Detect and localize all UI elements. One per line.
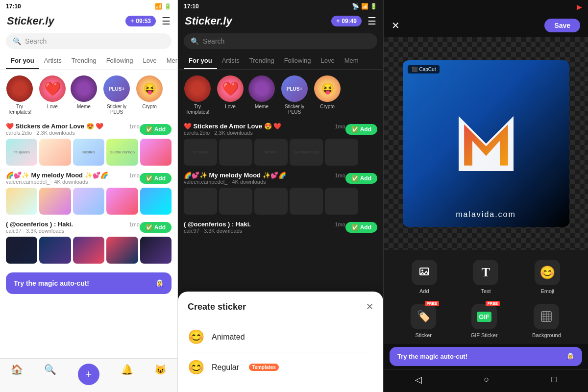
add-button-amor-2[interactable]: ✅ Add — [345, 124, 377, 135]
story-templates-2[interactable]: Try Templates! — [183, 75, 212, 115]
sticker-thumb-1[interactable]: Te quiero — [6, 139, 37, 166]
pack-title-melody-1: 🌈💕✨ My melody Mood ✨💕🌈 — [6, 172, 125, 179]
tool-gif-sticker[interactable]: FREE GIF GIF Sticker — [471, 304, 498, 338]
modal-close-button[interactable]: ✕ — [366, 301, 373, 312]
editor-nav-square[interactable]: □ — [552, 374, 557, 385]
tab-mem-2[interactable]: Mem — [340, 53, 364, 69]
editor-nav-back[interactable]: ◁ — [415, 374, 422, 385]
story-avatar-meme-2 — [248, 75, 275, 102]
tab-for-you-2[interactable]: For you — [184, 53, 217, 69]
tab-trending-2[interactable]: Trending — [245, 53, 279, 69]
canvas-image[interactable]: ⬛ CapCut malavida.com — [403, 60, 569, 227]
tab-artists-2[interactable]: Artists — [217, 53, 245, 69]
tab-trending-1[interactable]: Trending — [67, 53, 101, 69]
sticker-thumb-h3[interactable] — [73, 237, 104, 264]
save-button[interactable]: Save — [544, 19, 580, 32]
tool-text[interactable]: T Text — [473, 260, 498, 294]
tabs-1: For you Artists Trending Following Love … — [0, 53, 177, 70]
sticker-thumb-h1[interactable] — [6, 237, 37, 264]
tool-add[interactable]: Add — [412, 260, 437, 294]
sticker-thumb-d5[interactable] — [325, 139, 358, 166]
add-button-melody-1[interactable]: ✅ Add — [140, 173, 172, 184]
tool-background[interactable]: Background — [532, 304, 561, 338]
sticker-thumb-d2[interactable] — [219, 139, 252, 166]
bottom-nav-1: 🏠 🔍 + 🔔 😺 — [0, 358, 177, 392]
sticker-thumb-dm2[interactable] — [219, 188, 252, 215]
sticker-thumb-m3[interactable] — [73, 188, 104, 215]
modal-option-animated[interactable]: 😊 Animated — [188, 322, 373, 352]
menu-button-2[interactable]: ☰ — [368, 15, 376, 27]
tab-mem-1[interactable]: Mem — [162, 53, 177, 69]
story-meme-2[interactable]: Meme — [248, 75, 275, 115]
story-label-meme-2: Meme — [255, 104, 269, 109]
sticker-thumb-h4[interactable] — [106, 237, 138, 264]
search-placeholder-1: Search — [25, 37, 47, 45]
tab-love-1[interactable]: Love — [138, 53, 162, 69]
sticker-thumb-4[interactable]: Sueño contigo — [106, 139, 138, 166]
sticker-thumb-2[interactable] — [39, 139, 71, 166]
sticker-thumb-m4[interactable] — [106, 188, 138, 215]
nav-search-1[interactable]: 🔍 — [44, 364, 56, 385]
add-button-melody-2[interactable]: ✅ Add — [345, 173, 377, 184]
sticker-thumb-dm1[interactable] — [184, 188, 217, 215]
editor-nav-home[interactable]: ○ — [484, 374, 490, 385]
sticker-grid-melody-1 — [6, 188, 172, 215]
search-bar-2[interactable]: 🔍 Search — [184, 33, 377, 49]
story-crypto-1[interactable]: 😝 Crypto — [136, 75, 163, 115]
add-button-haki-2[interactable]: ✅ Add — [345, 222, 377, 233]
sticker-thumb-dm4[interactable] — [290, 188, 323, 215]
stories-row-2: Try Templates! ❤️ Love Meme PLUS+ Sticke… — [178, 70, 383, 119]
sticker-thumb-d1[interactable]: Te quiero — [184, 139, 217, 166]
sticker-thumb-m5[interactable] — [140, 188, 172, 215]
story-meme-1[interactable]: Meme — [71, 75, 97, 115]
tools-row-1: Add T Text 😊 Emoji — [384, 256, 588, 300]
sticker-thumb-d4[interactable]: Sueño contigo — [290, 139, 323, 166]
emoji-icon: 😊 — [535, 260, 560, 285]
add-button-amor-1[interactable]: ✅ Add — [140, 124, 172, 135]
sticker-thumb-5[interactable] — [140, 139, 172, 166]
editor-close-button[interactable]: ✕ — [392, 20, 400, 31]
pack-age-haki-2: 1mo — [335, 221, 345, 227]
gif-sticker-label: GIF Sticker — [471, 332, 498, 338]
sticker-grid-amor-1: Te quiero Besitos Sueño contigo — [6, 139, 172, 166]
sticker-thumb-dm5[interactable] — [325, 188, 358, 215]
sticker-thumb-h2[interactable] — [39, 237, 71, 264]
add-button-haki-1[interactable]: ✅ Add — [140, 222, 172, 233]
tool-sticker[interactable]: FREE 🏷️ Sticker — [411, 304, 436, 338]
story-crypto-2[interactable]: 😝 Crypto — [314, 75, 341, 115]
tab-artists-1[interactable]: Artists — [39, 53, 67, 69]
menu-button-1[interactable]: ☰ — [162, 15, 171, 27]
story-plus-1[interactable]: PLUS+ Sticker.ly PLUS — [102, 75, 131, 115]
sticker-thumb-m2[interactable] — [39, 188, 71, 215]
editor-bottom-nav: ◁ ○ □ — [384, 369, 588, 392]
story-label-meme-1: Meme — [77, 104, 91, 109]
timer-badge-1[interactable]: + 09:53 — [125, 16, 156, 26]
editor-magic-banner[interactable]: Try the magic auto-cut! 🧝‍♀️ — [390, 347, 582, 366]
sticker-thumb-h5[interactable] — [140, 237, 172, 264]
nav-home-1[interactable]: 🏠 — [11, 364, 23, 385]
pack-age-melody-2: 1mo — [335, 172, 345, 178]
sticker-thumb-3[interactable]: Besitos — [73, 139, 104, 166]
tab-for-you-1[interactable]: For you — [6, 53, 39, 69]
pack-title-haki-2: ( @ocenferios ) : Haki. — [184, 220, 331, 228]
sticker-thumb-d3[interactable]: Besitos — [254, 139, 288, 166]
editor-canvas: ⬛ CapCut malavida.com — [384, 37, 588, 250]
sticker-thumb-dm3[interactable] — [254, 188, 288, 215]
sticker-pack-haki-2: ( @ocenferios ) : Haki. 1mo cali.97 · 3.… — [178, 217, 383, 239]
story-templates-1[interactable]: Try Templates! — [5, 75, 34, 115]
nav-bell-1[interactable]: 🔔 — [121, 364, 133, 385]
timer-badge-2[interactable]: + 09:49 — [331, 16, 362, 26]
tab-following-1[interactable]: Following — [101, 53, 138, 69]
search-bar-1[interactable]: 🔍 Search — [6, 33, 172, 49]
nav-profile-1[interactable]: 😺 — [154, 364, 167, 385]
tab-love-2[interactable]: Love — [316, 53, 340, 69]
modal-option-regular[interactable]: 😊 Regular Templates — [188, 352, 373, 382]
story-love-1[interactable]: ❤️ Love — [39, 75, 66, 115]
tab-following-2[interactable]: Following — [279, 53, 316, 69]
tool-emoji[interactable]: 😊 Emoji — [535, 260, 560, 294]
magic-banner-1[interactable]: Try the magic auto-cut! 🧝‍♀️ — [6, 272, 172, 294]
nav-create-1[interactable]: + — [78, 364, 99, 385]
story-plus-2[interactable]: PLUS+ Sticker.ly PLUS — [280, 75, 309, 115]
sticker-thumb-m1[interactable] — [6, 188, 37, 215]
story-love-2[interactable]: ❤️ Love — [217, 75, 244, 115]
